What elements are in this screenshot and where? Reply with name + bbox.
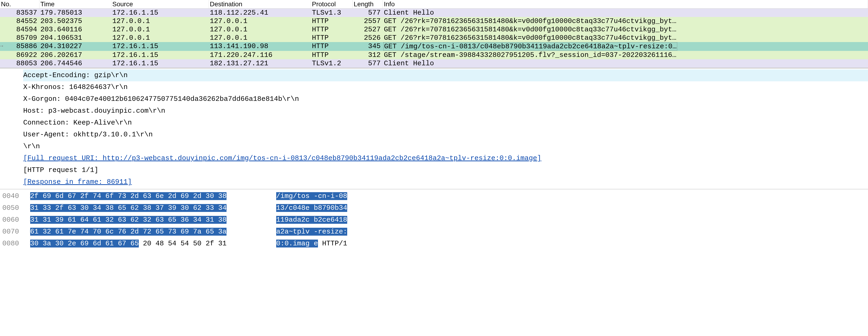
packet-cell-info: GET /26?rk=7078162365631581480&k=v0d00fg… <box>383 34 868 42</box>
packet-cell: 172.16.1.15 <box>112 8 209 17</box>
detail-accept-encoding[interactable]: Accept-Encoding: gzip\r\n <box>23 69 868 81</box>
packet-cell: 85709 <box>0 34 39 42</box>
packet-cell: 577 <box>353 59 383 67</box>
packet-cell: 127.0.0.1 <box>209 34 311 42</box>
packet-cell: HTTP <box>311 17 353 25</box>
col-header-info[interactable]: Info <box>383 0 868 8</box>
packet-cell: 127.0.0.1 <box>112 34 209 42</box>
packet-cell: 172.16.1.15 <box>112 51 209 59</box>
hex-ascii: 119ada2c b2ce6418 <box>276 214 347 226</box>
packet-cell-info: GET /img/tos-cn-i-0813/c048eb8790b34119a… <box>383 42 868 51</box>
packet-cell: HTTP <box>311 34 353 42</box>
packet-cell: 88053 <box>0 59 39 67</box>
packet-cell: 84552 <box>0 17 39 25</box>
packet-row[interactable]: 86922206.202617172.16.1.15171.220.247.11… <box>0 51 868 59</box>
packet-cell: HTTP <box>311 51 353 59</box>
hex-offset: 0070 <box>2 226 30 238</box>
packet-cell: 203.640116 <box>39 25 112 34</box>
packet-cell: HTTP <box>311 25 353 34</box>
packet-cell: 179.785013 <box>39 8 112 17</box>
packet-cell: 206.744546 <box>39 59 112 67</box>
packet-cell: 172.16.1.15 <box>112 59 209 67</box>
packet-cell: 127.0.0.1 <box>209 17 311 25</box>
hex-row[interactable]: 005031 33 2f 63 30 34 38 65 62 38 37 39 … <box>2 202 866 214</box>
packet-list-pane: No. Time Source Destination Protocol Len… <box>0 0 868 68</box>
packet-cell: 203.502375 <box>39 17 112 25</box>
packet-cell-info: Client Hello <box>383 59 868 67</box>
col-header-protocol[interactable]: Protocol <box>311 0 353 8</box>
hex-bytes: 2f 69 6d 67 2f 74 6f 73 2d 63 6e 2d 69 2… <box>30 190 276 202</box>
col-header-length[interactable]: Length <box>353 0 383 8</box>
detail-x-gorgon[interactable]: X-Gorgon: 0404c07e40012b6106247750775140… <box>23 93 868 105</box>
col-header-time[interactable]: Time <box>39 0 112 8</box>
hex-dump-pane[interactable]: 00402f 69 6d 67 2f 74 6f 73 2d 63 6e 2d … <box>0 189 868 251</box>
packet-cell-info: Client Hello <box>383 8 868 17</box>
packet-cell: 127.0.0.1 <box>112 17 209 25</box>
packet-cell: 83537 <box>0 8 39 17</box>
packet-cell: 182.131.27.121 <box>209 59 311 67</box>
packet-cell: 118.112.225.41 <box>209 8 311 17</box>
packet-cell: 204.310227 <box>39 42 112 51</box>
hex-offset: 0040 <box>2 190 30 202</box>
detail-crlf[interactable]: \r\n <box>23 141 868 152</box>
hex-row[interactable]: 00402f 69 6d 67 2f 74 6f 73 2d 63 6e 2d … <box>2 190 866 202</box>
packet-cell-info: GET /stage/stream-398843328027951205.flv… <box>383 51 868 59</box>
hex-offset: 0060 <box>2 214 30 226</box>
hex-ascii: /img/tos -cn-i-08 <box>276 190 347 202</box>
col-header-destination[interactable]: Destination <box>209 0 311 8</box>
packet-cell: 84594 <box>0 25 39 34</box>
packet-cell: 113.141.190.98 <box>209 42 311 51</box>
hex-row[interactable]: 007061 32 61 7e 74 70 6c 76 2d 72 65 73 … <box>2 226 866 238</box>
hex-row[interactable]: 008030 3a 30 2e 69 6d 61 67 65 20 48 54 … <box>2 238 866 250</box>
hex-bytes: 31 33 2f 63 30 34 38 65 62 38 37 39 30 6… <box>30 202 276 214</box>
packet-cell: TLSv1.3 <box>311 8 353 17</box>
packet-cell-info: GET /26?rk=7078162365631581480&k=v0d00fg… <box>383 25 868 34</box>
packet-cell: 577 <box>353 8 383 17</box>
packet-cell: 171.220.247.116 <box>209 51 311 59</box>
hex-offset: 0050 <box>2 202 30 214</box>
hex-offset: 0080 <box>2 238 30 250</box>
packet-cell: 204.106531 <box>39 34 112 42</box>
packet-cell: 86922 <box>0 51 39 59</box>
packet-cell: 2557 <box>353 17 383 25</box>
packet-list-header: No. Time Source Destination Protocol Len… <box>0 0 868 8</box>
packet-cell: HTTP <box>311 42 353 51</box>
packet-row[interactable]: 85886204.310227172.16.1.15113.141.190.98… <box>0 42 868 51</box>
hex-ascii: 13/c048e b8790b34 <box>276 202 347 214</box>
packet-row[interactable]: 88053206.744546172.16.1.15182.131.27.121… <box>0 59 868 67</box>
col-header-no[interactable]: No. <box>0 0 39 8</box>
hex-bytes: 61 32 61 7e 74 70 6c 76 2d 72 65 73 69 7… <box>30 226 276 238</box>
hex-bytes: 31 31 39 61 64 61 32 63 62 32 63 65 36 3… <box>30 214 276 226</box>
packet-cell: 2526 <box>353 34 383 42</box>
hex-bytes: 30 3a 30 2e 69 6d 61 67 65 20 48 54 54 5… <box>30 238 276 250</box>
detail-response-frame[interactable]: [Response in frame: 86911] <box>23 176 868 188</box>
packet-row[interactable]: 84552203.502375127.0.0.1127.0.0.1HTTP255… <box>0 17 868 25</box>
packet-cell: 172.16.1.15 <box>112 42 209 51</box>
detail-x-khronos[interactable]: X-Khronos: 1648264637\r\n <box>23 81 868 93</box>
packet-cell: 312 <box>353 51 383 59</box>
hex-row[interactable]: 006031 31 39 61 64 61 32 63 62 32 63 65 … <box>2 214 866 226</box>
packet-row[interactable]: 84594203.640116127.0.0.1127.0.0.1HTTP252… <box>0 25 868 34</box>
packet-cell: 206.202617 <box>39 51 112 59</box>
detail-connection[interactable]: Connection: Keep-Alive\r\n <box>23 117 868 129</box>
detail-http-request-seq[interactable]: [HTTP request 1/1] <box>23 164 868 176</box>
packet-cell: TLSv1.2 <box>311 59 353 67</box>
packet-cell: 85886 <box>0 42 39 51</box>
packet-cell: 127.0.0.1 <box>112 25 209 34</box>
hex-ascii: 0:0.imag e HTTP/1 <box>276 238 347 250</box>
detail-user-agent[interactable]: User-Agent: okhttp/3.10.0.1\r\n <box>23 129 868 141</box>
packet-cell: 2527 <box>353 25 383 34</box>
hex-ascii: a2a~tplv -resize: <box>276 226 347 238</box>
packet-row[interactable]: 85709204.106531127.0.0.1127.0.0.1HTTP252… <box>0 34 868 42</box>
packet-cell: 345 <box>353 42 383 51</box>
detail-host[interactable]: Host: p3-webcast.douyinpic.com\r\n <box>23 105 868 117</box>
packet-cell-info: GET /26?rk=7078162365631581480&k=v0d00fg… <box>383 17 868 25</box>
packet-rows: 83537179.785013172.16.1.15118.112.225.41… <box>0 8 868 67</box>
packet-row[interactable]: 83537179.785013172.16.1.15118.112.225.41… <box>0 8 868 17</box>
col-header-source[interactable]: Source <box>112 0 209 8</box>
packet-details-pane[interactable]: Accept-Encoding: gzip\r\n X-Khronos: 164… <box>0 68 868 189</box>
detail-full-uri[interactable]: [Full request URI: http://p3-webcast.dou… <box>23 152 868 164</box>
packet-cell: 127.0.0.1 <box>209 25 311 34</box>
